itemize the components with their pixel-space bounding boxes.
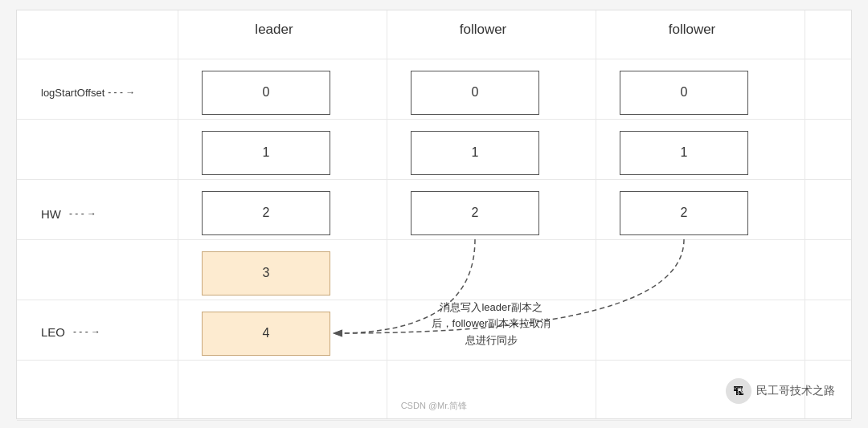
leo-arrow: - - - → <box>73 326 100 337</box>
watermark-text: 民工哥技术之路 <box>756 384 835 398</box>
diagram-container: leader follower follower logStartOffset … <box>16 10 852 419</box>
box-leader-1: 1 <box>202 131 330 175</box>
box-follower1-0: 0 <box>411 71 539 115</box>
hw-label: HW - - - → <box>41 207 96 221</box>
box-leader-0: 0 <box>202 71 330 115</box>
annotation-text: 消息写入leader副本之后，follower副本来拉取消息进行同步 <box>419 300 563 349</box>
box-follower2-2: 2 <box>620 191 748 235</box>
box-follower2-0: 0 <box>620 71 748 115</box>
leader-header: leader <box>210 22 338 38</box>
hw-arrow: - - - → <box>69 208 96 219</box>
box-follower1-1: 1 <box>411 131 539 175</box>
box-leader-4: 4 <box>202 312 330 356</box>
log-start-offset-label: logStartOffset - - - → <box>41 87 135 99</box>
log-start-offset-arrow: - - - → <box>108 87 135 98</box>
watermark: 🏗 民工哥技术之路 <box>726 378 835 404</box>
leo-label: LEO - - - → <box>41 325 100 339</box>
follower1-header: follower <box>419 22 547 38</box>
csdn-label: CSDN @Mr.简锋 <box>401 400 468 412</box>
watermark-icon: 🏗 <box>726 378 751 404</box>
box-follower2-1: 1 <box>620 131 748 175</box>
follower2-header: follower <box>628 22 756 38</box>
box-leader-3: 3 <box>202 251 330 296</box>
box-leader-2: 2 <box>202 191 330 235</box>
box-follower1-2: 2 <box>411 191 539 235</box>
